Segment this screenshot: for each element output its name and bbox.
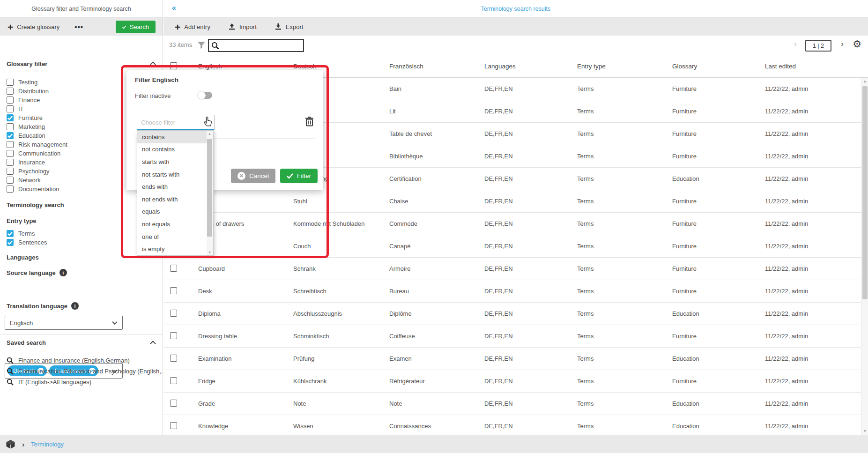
scroll-up-icon[interactable]: ▲: [861, 79, 868, 83]
column-header-last-edited[interactable]: Last edited: [765, 63, 868, 70]
column-header-englisch[interactable]: Englisch ↑: [198, 63, 293, 70]
checkbox[interactable]: [7, 159, 14, 166]
filter-apply-button[interactable]: Filter: [280, 169, 318, 183]
scroll-up-icon[interactable]: ▲: [207, 132, 213, 135]
row-checkbox[interactable]: [170, 422, 177, 429]
table-row[interactable]: DiplomaAbschlusszeugnisDiplômeDE,FR,ENTe…: [163, 303, 868, 325]
table-row[interactable]: DeskSchreibtischBureauDE,FR,ENTermsFurni…: [163, 280, 868, 303]
checkbox[interactable]: [7, 79, 14, 86]
row-checkbox[interactable]: [170, 265, 177, 272]
column-header-label: Languages: [484, 63, 516, 70]
filter-option[interactable]: ends with: [137, 180, 208, 193]
ellipsis-icon: •••: [74, 23, 83, 31]
filter-option[interactable]: starts with: [137, 156, 208, 168]
info-icon[interactable]: i: [59, 269, 67, 276]
search-button[interactable]: Search: [116, 21, 156, 33]
table-row[interactable]: CouchCanapéDE,FR,ENTermsFurniture11/22/2…: [163, 235, 868, 258]
filter-option[interactable]: one of: [137, 230, 208, 243]
page-next-icon[interactable]: ›: [841, 39, 844, 49]
filter-option[interactable]: contains: [137, 131, 208, 143]
table-row[interactable]: FridgeKühlschrankRéfrigérateurDE,FR,ENTe…: [163, 370, 868, 393]
checkbox[interactable]: [7, 141, 14, 148]
checkbox[interactable]: [7, 177, 14, 184]
choose-filter-input[interactable]: [137, 115, 215, 130]
cell-type: Terms: [577, 378, 672, 385]
info-icon[interactable]: i: [71, 302, 79, 310]
row-checkbox[interactable]: [170, 377, 177, 384]
filter-option[interactable]: not equals: [137, 218, 208, 230]
checkbox[interactable]: [7, 114, 14, 121]
add-entry-button[interactable]: + Add entry: [175, 22, 210, 32]
column-header-franzoesisch[interactable]: Französisch: [389, 63, 484, 70]
page-prev-icon[interactable]: ‹: [794, 39, 797, 49]
table-row[interactable]: StuhlChaiseDE,FR,ENTermsFurniture11/22/2…: [163, 190, 868, 213]
filter-funnel-icon[interactable]: [197, 41, 206, 49]
table-row[interactable]: KnowledgeWissenConnaissancesDE,FR,ENTerm…: [163, 415, 868, 435]
table-row[interactable]: CupboardSchrankArmoireDE,FR,ENTermsFurni…: [163, 258, 868, 280]
table-row[interactable]: Dressing tableSchminktischCoiffeuseDE,FR…: [163, 325, 868, 348]
checkbox[interactable]: [7, 168, 14, 175]
create-glossary-button[interactable]: + Create glossary: [7, 22, 59, 32]
checkbox[interactable]: [7, 239, 14, 246]
row-checkbox[interactable]: [170, 332, 177, 339]
import-button[interactable]: Import: [228, 23, 257, 30]
column-header-languages[interactable]: Languages: [484, 63, 577, 70]
saved-search-item[interactable]: IT (English->All languages): [7, 377, 166, 387]
cell-langs: DE,FR,EN: [484, 333, 577, 340]
column-header-glossary[interactable]: Glossary: [672, 63, 765, 70]
table-row[interactable]: Chest of drawersKommode mit SchubladenCo…: [163, 213, 868, 235]
column-header-entry-type[interactable]: Entry type: [577, 63, 672, 70]
vertical-scrollbar[interactable]: ▲ ▼: [861, 78, 868, 435]
column-header-deutsch[interactable]: Deutsch: [293, 63, 389, 70]
filter-option[interactable]: not starts with: [137, 168, 208, 181]
cell-de: Kühlschrank: [293, 378, 389, 385]
main-title[interactable]: Terminology search results: [163, 0, 868, 18]
search-icon: [7, 357, 14, 364]
module-cube-icon[interactable]: [6, 439, 15, 449]
select-all-checkbox[interactable]: [170, 62, 177, 69]
export-button[interactable]: Export: [274, 23, 304, 30]
export-icon: [274, 23, 282, 30]
gear-icon[interactable]: ⚙: [853, 38, 861, 50]
export-label: Export: [286, 23, 304, 30]
cancel-button[interactable]: ✕ Cancel: [231, 169, 275, 183]
filter-option[interactable]: not contains: [137, 143, 208, 156]
filter-option[interactable]: is empty: [137, 243, 208, 255]
table-row[interactable]: ExaminationPrüfungExamenDE,FR,ENTermsEdu…: [163, 348, 868, 370]
saved-search-item[interactable]: Finance and Insurance (English,German): [7, 355, 166, 366]
checkbox[interactable]: [7, 105, 14, 112]
scroll-down-icon[interactable]: ▼: [207, 251, 213, 254]
checkbox[interactable]: [7, 132, 14, 139]
row-checkbox[interactable]: [170, 287, 177, 294]
more-options-button[interactable]: •••: [74, 23, 83, 31]
checkbox[interactable]: [7, 186, 14, 193]
checkbox[interactable]: [7, 230, 14, 237]
saved-search-item[interactable]: Communication, Education and Psychology …: [7, 366, 166, 377]
source-language-select[interactable]: Englisch: [5, 316, 123, 330]
breadcrumb-terminology[interactable]: Terminology: [31, 441, 64, 448]
scrollbar-thumb[interactable]: [862, 86, 868, 299]
saved-search-label: IT (English->All languages): [18, 379, 91, 386]
filter-option[interactable]: not ends with: [137, 193, 208, 206]
checkbox[interactable]: [7, 97, 14, 104]
checkbox[interactable]: [7, 88, 14, 95]
trash-icon[interactable]: [304, 116, 314, 127]
table-search-input[interactable]: [208, 39, 304, 52]
row-checkbox[interactable]: [170, 355, 177, 362]
cell-de: Wissen: [293, 423, 389, 430]
scroll-down-icon[interactable]: ▼: [861, 429, 868, 433]
glossary-filter-item: Education: [7, 131, 67, 140]
page-indicator[interactable]: 1 | 2: [805, 40, 831, 52]
cell-en: Cupboard: [198, 265, 293, 272]
row-checkbox[interactable]: [170, 400, 177, 407]
checkbox[interactable]: [7, 150, 14, 157]
dropdown-scrollbar-thumb[interactable]: [207, 139, 212, 237]
table-row[interactable]: GradeNoteNoteDE,FR,ENTermsEducation11/22…: [163, 393, 868, 415]
filter-inactive-toggle[interactable]: [198, 92, 212, 99]
row-checkbox[interactable]: [170, 310, 177, 317]
dropdown-scrollbar[interactable]: ▲ ▼: [207, 131, 213, 255]
collapse-glossary-filter-icon[interactable]: [150, 61, 156, 67]
filter-option[interactable]: equals: [137, 206, 208, 218]
checkbox[interactable]: [7, 123, 14, 130]
collapse-saved-search-icon[interactable]: [150, 341, 156, 347]
